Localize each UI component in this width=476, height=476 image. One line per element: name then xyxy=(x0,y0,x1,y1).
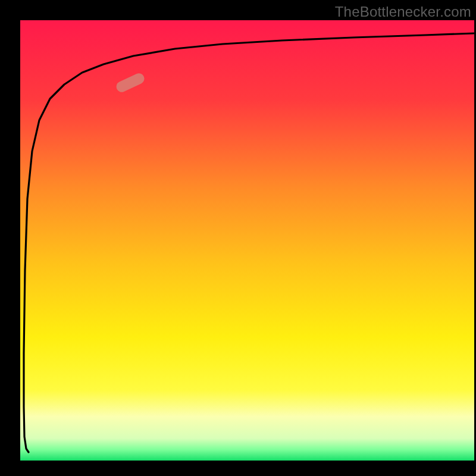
svg-rect-0 xyxy=(20,20,474,461)
background-gradient xyxy=(20,20,474,461)
watermark-text: TheBottlenecker.com xyxy=(335,4,471,20)
plot-area xyxy=(20,20,474,461)
chart-stage: TheBottlenecker.com xyxy=(0,0,476,476)
